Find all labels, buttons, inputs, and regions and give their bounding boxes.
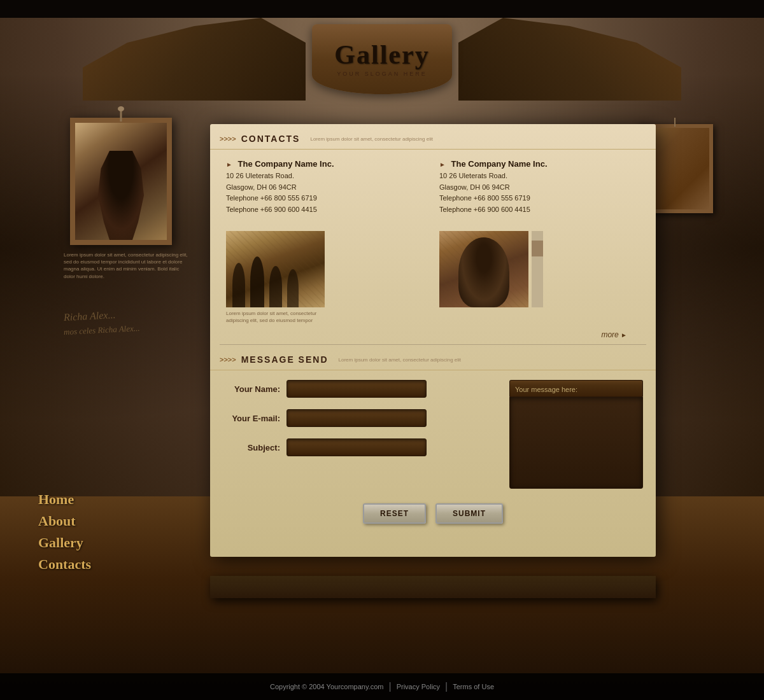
contact-thumb-2: [439, 231, 528, 307]
header-area: Gallery YOUR SLOGAN HERE: [0, 18, 764, 120]
nav-item-about[interactable]: About: [38, 513, 91, 529]
top-bar: [0, 0, 764, 18]
name-label: Your Name:: [223, 384, 280, 394]
logo-plaque: Gallery YOUR SLOGAN HERE: [312, 24, 452, 94]
contacts-grid: ► The Company Name Inc. 10 26 Uleterats …: [210, 150, 656, 225]
name-input[interactable]: [286, 380, 427, 398]
form-fields: Your Name: Your E-mail: Subject:: [223, 380, 500, 489]
footer-copyright: Copyright © 2004 Yourcompany.com: [270, 683, 384, 690]
contact2-info: 10 26 Uleterats Road. Glasgow, DH 06 94C…: [439, 171, 640, 215]
contact-photo-wrap-1: Lorem ipsum dolor sit amet, consectetur …: [220, 228, 433, 327]
footer-sep2: |: [445, 681, 448, 692]
contact-scrollbar[interactable]: [532, 231, 543, 307]
panel-base: [210, 576, 656, 598]
contact1-name: ► The Company Name Inc.: [226, 159, 427, 169]
message-label: Your message here:: [509, 380, 643, 396]
contact-block-1: ► The Company Name Inc. 10 26 Uleterats …: [220, 156, 433, 218]
form-row-email: Your E-mail:: [223, 409, 500, 427]
contact-photos: Lorem ipsum dolor sit amet, consectetur …: [210, 228, 656, 327]
form-area: Your Name: Your E-mail: Subject: Your me…: [210, 370, 656, 498]
more-link[interactable]: more ►: [210, 327, 656, 344]
footer-sep1: |: [388, 681, 391, 692]
wall-caption-text: Lorem ipsum dolor sit amet, consectetur …: [64, 251, 191, 280]
main-panel: >>>> CONTACTS Lorem ipsum dolor sit amet…: [210, 124, 656, 557]
wall-signature2: mos celes Richa Alex...: [64, 323, 140, 337]
message-textarea-wrap: Your message here:: [509, 380, 643, 489]
footer: Copyright © 2004 Yourcompany.com | Priva…: [0, 673, 764, 700]
frame-photo: [75, 123, 167, 240]
message-subtitle: Lorem ipsum dolor sit amet, consectetur …: [339, 357, 462, 363]
message-title: MESSAGE SEND: [241, 354, 329, 365]
footer-privacy-link[interactable]: Privacy Policy: [397, 683, 440, 690]
site-slogan: YOUR SLOGAN HERE: [337, 71, 427, 77]
nav-item-gallery[interactable]: Gallery: [38, 535, 91, 551]
contacts-subtitle: Lorem ipsum dolor sit amet, consectetur …: [310, 136, 433, 142]
wall-text-area: Richa Alex... mos celes Richa Alex...: [64, 305, 210, 335]
message-section-header: >>>> MESSAGE SEND Lorem ipsum dolor sit …: [210, 345, 656, 370]
form-row-name: Your Name:: [223, 380, 500, 398]
message-section: >>>> MESSAGE SEND Lorem ipsum dolor sit …: [210, 345, 656, 533]
contacts-section: >>>> CONTACTS Lorem ipsum dolor sit amet…: [210, 124, 656, 344]
email-input[interactable]: [286, 409, 427, 427]
site-title: Gallery: [334, 41, 429, 68]
form-row-subject: Subject:: [223, 438, 500, 456]
subject-label: Subject:: [223, 443, 280, 452]
footer-terms-link[interactable]: Terms of Use: [453, 683, 494, 690]
nav-item-contacts[interactable]: Contacts: [38, 556, 91, 573]
form-buttons: RESET SUBMIT: [210, 498, 656, 533]
contact-photo-wrap-2: [433, 228, 646, 327]
scrollbar-thumb: [532, 241, 543, 256]
message-textarea[interactable]: [509, 396, 643, 489]
submit-button[interactable]: SUBMIT: [435, 503, 503, 524]
contact1-info: 10 26 Uleterats Road. Glasgow, DH 06 94C…: [226, 171, 427, 215]
contacts-section-header: >>>> CONTACTS Lorem ipsum dolor sit amet…: [210, 124, 656, 150]
wing-left-decoration: [83, 18, 306, 101]
contact1-arrow: ►: [226, 161, 232, 168]
contact2-arrow: ►: [439, 161, 446, 168]
left-frame: [70, 118, 172, 245]
contact-block-2: ► The Company Name Inc. 10 26 Uleterats …: [433, 156, 646, 218]
message-arrows: >>>>: [220, 356, 236, 363]
nav-item-home[interactable]: Home: [38, 491, 91, 508]
wall-signature1: Richa Alex...: [64, 309, 116, 323]
reset-button[interactable]: RESET: [363, 503, 426, 524]
contacts-title: CONTACTS: [241, 134, 301, 144]
wall-caption-area: Lorem ipsum dolor sit amet, consectetur …: [64, 251, 191, 280]
sidebar-nav: Home About Gallery Contacts: [38, 491, 91, 573]
contact-thumb-1: [226, 231, 325, 307]
subject-input[interactable]: [286, 438, 427, 456]
email-label: Your E-mail:: [223, 414, 280, 423]
contact2-name: ► The Company Name Inc.: [439, 159, 640, 169]
wing-right-decoration: [458, 18, 681, 101]
more-arrow-icon: ►: [621, 332, 627, 339]
contacts-arrows: >>>>: [220, 135, 236, 143]
contact1-caption: Lorem ipsum dolor sit amet, consectetur …: [226, 311, 325, 324]
